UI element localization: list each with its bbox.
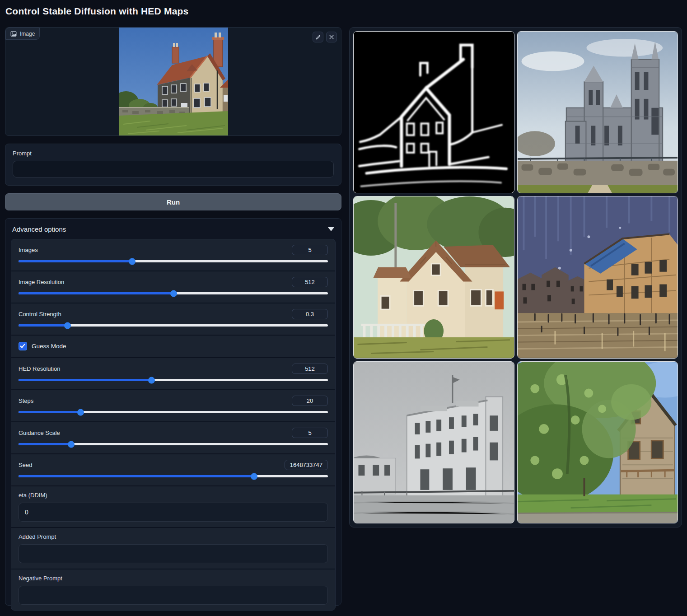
added-prompt-input[interactable] — [19, 544, 328, 563]
edit-image-button[interactable] — [313, 32, 323, 42]
steps-slider-label: Steps — [19, 397, 33, 404]
image-resolution-slider[interactable] — [19, 292, 328, 294]
clear-image-button[interactable] — [326, 32, 337, 42]
control-strength-slider-handle[interactable] — [64, 322, 71, 329]
seed-slider[interactable] — [19, 475, 328, 477]
eta-input[interactable] — [19, 503, 328, 522]
prompt-label: Prompt — [13, 150, 334, 157]
image-resolution-slider-row: Image Resolution 512 — [11, 271, 335, 303]
steps-slider[interactable] — [19, 411, 328, 413]
guess-mode-label: Guess Mode — [32, 343, 66, 350]
images-slider-row: Images 5 — [11, 239, 335, 271]
image-resolution-slider-handle[interactable] — [170, 290, 177, 297]
gallery-item-impressionist[interactable] — [517, 196, 678, 358]
hed-resolution-slider-row: HED Resolution 512 — [11, 358, 335, 390]
image-actions — [313, 32, 337, 42]
advanced-options-form: Images 5 Image Resolution 512 Control St… — [11, 239, 336, 611]
gallery-item-bw-building[interactable] — [353, 361, 514, 523]
gallery-item-cathedral[interactable] — [517, 31, 678, 193]
steps-slider-handle[interactable] — [77, 409, 84, 415]
steps-slider-row: Steps 20 — [11, 390, 335, 422]
advanced-options-title: Advanced options — [12, 225, 66, 233]
added-prompt-label: Added Prompt — [19, 533, 328, 540]
pencil-icon — [315, 34, 321, 40]
seed-slider-label: Seed — [19, 462, 32, 468]
eta-label: eta (DDIM) — [19, 492, 328, 499]
run-button[interactable]: Run — [5, 193, 341, 210]
seed-slider-row: Seed 1648733747 — [11, 454, 335, 486]
gallery-item-hed-map[interactable] — [353, 31, 514, 193]
advanced-options-header[interactable]: Advanced options — [5, 219, 341, 238]
guess-mode-checkbox[interactable] — [19, 342, 27, 350]
image-resolution-slider-label: Image Resolution — [19, 279, 64, 285]
seed-value-box[interactable]: 1648733747 — [285, 460, 328, 470]
guidance-scale-slider-row: Guidance Scale 5 — [11, 422, 335, 454]
negative-prompt-row: Negative Prompt — [11, 569, 335, 610]
hed-resolution-slider-handle[interactable] — [148, 377, 155, 383]
image-component-label-text: Image — [20, 31, 35, 37]
image-component-label: Image — [5, 28, 40, 40]
negative-prompt-input[interactable] — [19, 586, 328, 605]
steps-value-box[interactable]: 20 — [292, 396, 328, 406]
image-icon — [10, 31, 17, 37]
guidance-scale-slider[interactable] — [19, 443, 328, 445]
control-strength-slider-row: Control Strength 0.3 — [11, 303, 335, 336]
page-title: Control Stable Diffusion with HED Maps — [5, 6, 188, 17]
advanced-options-panel: Advanced options Images 5 Image Resoluti… — [5, 218, 341, 606]
control-strength-value-box[interactable]: 0.3 — [292, 309, 328, 319]
prompt-input[interactable] — [13, 161, 334, 177]
prompt-group: Prompt — [5, 144, 341, 186]
close-icon — [329, 34, 334, 40]
guidance-scale-slider-handle[interactable] — [68, 441, 75, 448]
images-slider[interactable] — [19, 260, 328, 262]
control-strength-slider[interactable] — [19, 324, 328, 327]
hed-resolution-value-box[interactable]: 512 — [292, 364, 328, 374]
gallery-item-stone-house[interactable] — [517, 361, 678, 523]
eta-row: eta (DDIM) — [11, 486, 335, 528]
uploaded-image[interactable] — [119, 28, 228, 135]
result-gallery — [349, 27, 682, 527]
images-slider-label: Images — [19, 247, 38, 253]
guidance-scale-slider-label: Guidance Scale — [19, 429, 60, 436]
hed-resolution-slider-label: HED Resolution — [19, 365, 61, 372]
negative-prompt-label: Negative Prompt — [19, 575, 328, 582]
guidance-scale-value-box[interactable]: 5 — [292, 428, 328, 438]
seed-slider-handle[interactable] — [251, 473, 257, 480]
accordion-arrow-icon — [328, 227, 334, 231]
input-image-panel: Image — [5, 27, 341, 136]
hed-resolution-slider[interactable] — [19, 379, 328, 381]
control-strength-slider-label: Control Strength — [19, 311, 61, 317]
images-value-box[interactable]: 5 — [292, 245, 328, 255]
gallery-item-painted-cottage[interactable] — [353, 196, 514, 358]
image-resolution-value-box[interactable]: 512 — [292, 277, 328, 287]
images-slider-handle[interactable] — [129, 258, 136, 265]
guess-mode-row: Guess Mode — [11, 336, 335, 358]
added-prompt-row: Added Prompt — [11, 528, 335, 569]
